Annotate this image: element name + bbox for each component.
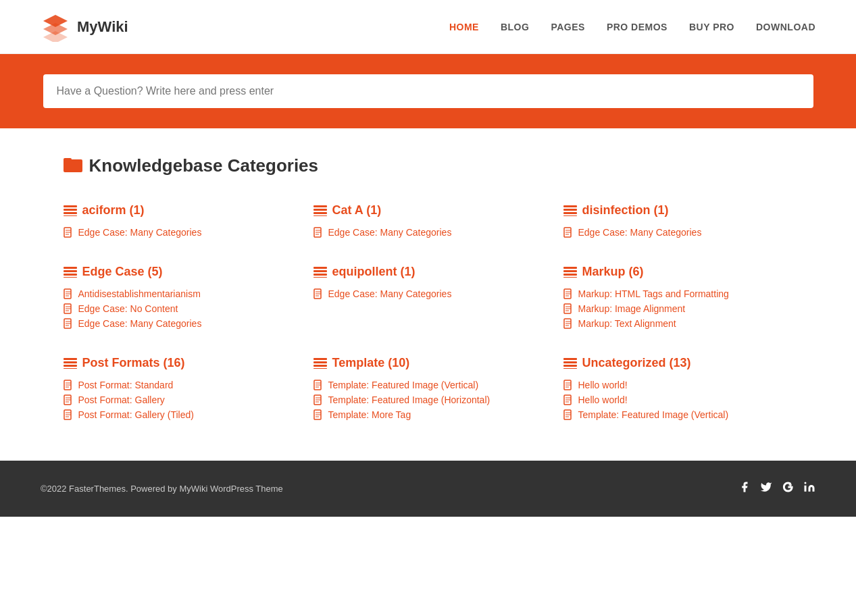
list-item: Template: Featured Image (Horizontal) [313,394,543,405]
category-title: Uncategorized (13) [563,356,793,370]
category-title: Markup (6) [563,265,793,279]
svg-rect-55 [563,365,577,367]
list-icon [64,267,77,278]
svg-rect-32 [563,267,577,269]
category-link[interactable]: Hello world! [578,380,628,390]
svg-rect-7 [64,212,77,214]
category-link[interactable]: Edge Case: Many Categories [78,227,202,238]
doc-icon [64,288,73,299]
category-link[interactable]: Template: Featured Image (Horizontal) [328,394,490,405]
svg-rect-29 [313,274,327,276]
category-block: disinfection (1) Edge Case: Many Categor… [563,203,793,238]
svg-rect-56 [563,368,577,369]
list-item: Post Format: Gallery (Tiled) [64,409,293,420]
category-name: Cat A (1) [332,203,382,217]
list-item: Edge Case: No Content [64,303,293,314]
list-item: Edge Case: Many Categories [313,288,543,299]
list-icon [64,205,77,216]
svg-rect-41 [64,365,77,367]
category-name: Edge Case (5) [82,265,163,279]
svg-rect-15 [563,205,577,207]
category-items: Edge Case: Many Categories [563,227,793,238]
nav-blog[interactable]: BLOG [501,22,529,32]
category-link[interactable]: Edge Case: Many Categories [328,227,452,238]
list-item: Hello world! [563,394,793,405]
category-link[interactable]: Template: Featured Image (Vertical) [578,409,729,420]
category-link[interactable]: Edge Case: Many Categories [578,227,702,238]
nav-home[interactable]: HOME [449,22,479,32]
category-link[interactable]: Markup: Image Alignment [578,303,686,314]
list-icon [313,205,327,216]
list-icon [313,267,327,278]
svg-rect-48 [313,365,327,367]
facebook-icon[interactable] [738,481,751,496]
doc-icon [563,409,573,420]
category-link[interactable]: Post Format: Gallery [78,394,165,405]
main-nav: HOME BLOG PAGES PRO DEMOS BUY PRO DOWNLO… [449,22,815,32]
svg-rect-4 [64,158,72,161]
category-link[interactable]: Edge Case: No Content [78,303,178,314]
doc-icon [563,288,573,299]
category-name: disinfection (1) [582,203,669,217]
doc-icon [313,380,323,390]
doc-icon [563,394,573,405]
list-item: Antidisestablishmentarianism [64,288,293,299]
list-item: Post Format: Standard [64,380,293,390]
svg-rect-12 [313,212,327,214]
svg-rect-53 [563,358,577,360]
doc-icon [563,227,573,238]
category-name: Markup (6) [582,265,644,279]
list-item: Markup: HTML Tags and Formatting [563,288,793,299]
section-title: Knowledgebase Categories [64,155,793,176]
list-icon [563,205,577,216]
svg-point-60 [805,482,807,484]
googleplus-icon[interactable] [782,481,794,496]
nav-pages[interactable]: PAGES [551,22,584,32]
category-name: equipollent (1) [332,265,416,279]
list-item: Template: More Tag [313,409,543,420]
hero-section [0,54,856,128]
search-input[interactable] [57,85,800,97]
category-block: Markup (6) Markup: HTML Tags and Formatt… [563,265,793,329]
doc-icon [563,380,573,390]
logo-icon [41,12,70,42]
svg-rect-46 [313,358,327,360]
category-title: aciform (1) [64,203,293,217]
footer-text: ©2022 FasterThemes. Powered by MyWiki Wo… [41,484,283,494]
category-block: Edge Case (5) Antidisestablishmentariani… [64,265,293,329]
category-link[interactable]: Hello world! [578,394,628,405]
twitter-icon[interactable] [760,481,772,496]
logo[interactable]: MyWiki [41,12,128,42]
category-name: Uncategorized (13) [582,356,691,370]
list-item: Template: Featured Image (Vertical) [563,409,793,420]
category-link[interactable]: Antidisestablishmentarianism [78,288,201,299]
category-link[interactable]: Post Format: Gallery (Tiled) [78,409,194,420]
linkedin-icon[interactable] [803,481,815,496]
category-link[interactable]: Markup: HTML Tags and Formatting [578,288,729,299]
svg-rect-8 [64,215,77,216]
logo-text: MyWiki [77,18,128,36]
doc-icon [64,409,73,420]
category-link[interactable]: Post Format: Standard [78,380,174,390]
category-name: Template (10) [332,356,410,370]
category-items: Edge Case: Many Categories [313,227,543,238]
nav-buy-pro[interactable]: BUY PRO [689,22,734,32]
nav-pro-demos[interactable]: PRO DEMOS [607,22,668,32]
svg-rect-13 [313,215,327,216]
category-title: Cat A (1) [313,203,543,217]
doc-icon [313,394,323,405]
svg-rect-40 [64,361,77,363]
folder-icon [64,156,82,176]
category-link[interactable]: Template: Featured Image (Vertical) [328,380,479,390]
svg-rect-39 [64,358,77,360]
category-block: Cat A (1) Edge Case: Many Categories [313,203,543,238]
category-link[interactable]: Template: More Tag [328,409,411,420]
categories-grid: aciform (1) Edge Case: Many Categories C… [64,203,793,420]
category-link[interactable]: Edge Case: Many Categories [328,288,452,299]
doc-icon [64,380,73,390]
nav-download[interactable]: DOWNLOAD [756,22,815,32]
list-item: Edge Case: Many Categories [64,227,293,238]
list-icon [563,358,577,369]
category-link[interactable]: Edge Case: Many Categories [78,318,202,329]
category-link[interactable]: Markup: Text Alignment [578,318,676,329]
